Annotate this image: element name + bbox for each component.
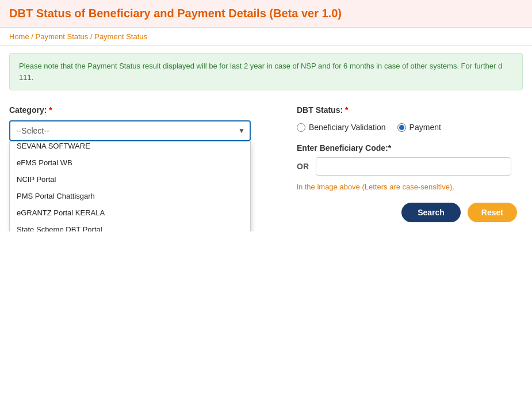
radio-payment-input[interactable]	[397, 123, 406, 132]
dbt-status-column: DBT Status: * Beneficiary Validation Pay…	[297, 105, 523, 222]
dropdown-item[interactable]: NCIP Portal	[10, 171, 250, 188]
category-select-wrapper: --Select-- ▼ CGCLadakh eSeva PortalSEVAN…	[9, 120, 251, 141]
radio-payment-label: Payment	[409, 123, 441, 132]
breadcrumb-home[interactable]: Home	[9, 32, 29, 41]
header-banner: DBT Status of Beneficiary and Payment De…	[0, 0, 532, 28]
divider	[0, 45, 532, 46]
page-title: DBT Status of Beneficiary and Payment De…	[9, 7, 523, 20]
category-column: Category: * --Select-- ▼ CGCLadakh eSeva…	[9, 105, 274, 141]
radio-beneficiary-validation[interactable]: Beneficiary Validation	[297, 123, 386, 132]
button-row: Search Reset	[297, 203, 523, 222]
dropdown-item[interactable]: eGRANTZ Portal KERALA	[10, 204, 250, 221]
radio-beneficiary-validation-input[interactable]	[297, 123, 305, 132]
dropdown-item[interactable]: PMS Portal Chattisgarh	[10, 188, 250, 204]
dropdown-item[interactable]: eFMS Portal WB	[10, 154, 250, 171]
category-select[interactable]: --Select--	[9, 120, 251, 141]
search-button[interactable]: Search	[401, 203, 461, 222]
dropdown-inner[interactable]: CGCLadakh eSeva PortalSEVANA SOFTWAREeFM…	[10, 142, 250, 231]
breadcrumb: Home / Payment Status / Payment Status	[0, 28, 532, 45]
beneficiary-code-input[interactable]	[316, 157, 511, 176]
breadcrumb-current: Payment Status	[94, 32, 147, 41]
category-label: Category: *	[9, 105, 274, 115]
category-required: *	[49, 105, 52, 115]
breadcrumb-sep2: /	[90, 32, 93, 41]
dbt-status-label-text: DBT Status:	[297, 105, 343, 115]
beneficiary-code-label: Enter Beneficiary Code:*	[297, 143, 523, 153]
info-box: Please note that the Payment Status resu…	[9, 53, 523, 90]
reset-button[interactable]: Reset	[468, 203, 517, 222]
captcha-hint: in the image above (Letters are case-sen…	[297, 183, 523, 191]
dropdown-item[interactable]: State Scheme DBT Portal	[10, 221, 250, 231]
form-section: Category: * --Select-- ▼ CGCLadakh eSeva…	[0, 96, 532, 231]
or-text: OR	[297, 162, 309, 171]
dbt-status-label: DBT Status: *	[297, 105, 523, 115]
beneficiary-section: Enter Beneficiary Code:* OR	[297, 143, 523, 176]
radio-beneficiary-label: Beneficiary Validation	[309, 123, 386, 132]
or-row: OR	[297, 157, 523, 176]
dropdown-item[interactable]: SEVANA SOFTWARE	[10, 142, 250, 154]
dbt-status-required: *	[345, 105, 348, 115]
radio-group: Beneficiary Validation Payment	[297, 123, 523, 132]
radio-payment[interactable]: Payment	[397, 123, 441, 132]
info-text: Please note that the Payment Status resu…	[19, 62, 502, 82]
breadcrumb-sep1: /	[31, 32, 33, 41]
category-label-text: Category:	[9, 105, 47, 115]
category-dropdown-list: CGCLadakh eSeva PortalSEVANA SOFTWAREeFM…	[9, 141, 251, 231]
breadcrumb-link1[interactable]: Payment Status	[36, 32, 89, 41]
